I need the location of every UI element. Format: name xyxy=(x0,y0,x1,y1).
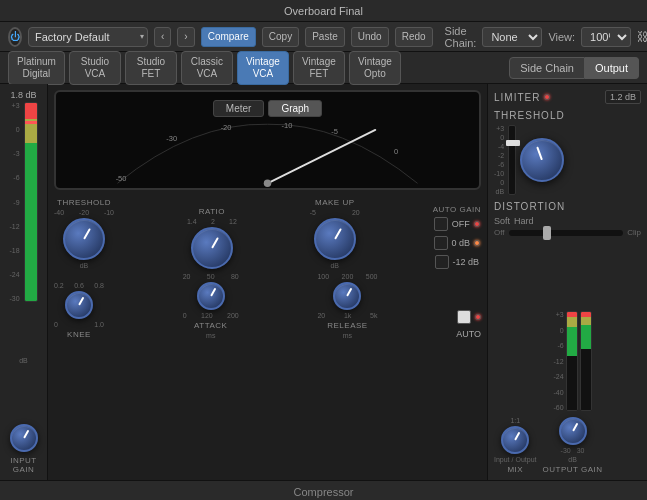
paste-button[interactable]: Paste xyxy=(305,27,345,47)
bottom-bar: Compressor xyxy=(0,480,647,500)
auto-checkbox[interactable] xyxy=(457,310,471,324)
svg-text:-5: -5 xyxy=(331,127,338,136)
center-area: Meter Graph -50 -30 -20 -10 -5 0 xyxy=(48,84,487,480)
dist-clip: Clip xyxy=(627,228,641,237)
makeup-knob[interactable] xyxy=(314,218,356,260)
auto-led xyxy=(475,314,481,320)
threshold-group: THRESHOLD -40 -20 -10 dB xyxy=(54,198,114,269)
tab-classic-vca[interactable]: ClassicVCA xyxy=(181,51,233,85)
mix-ratio: 1:1 xyxy=(510,417,520,424)
makeup-label: MAKE UP xyxy=(315,198,355,207)
mix-input: Input xyxy=(494,456,510,463)
output-meter-left xyxy=(566,311,578,411)
input-gain-label: INPUT GAIN xyxy=(4,456,43,474)
tab-vintage-opto[interactable]: VintageOpto xyxy=(349,51,401,85)
svg-point-7 xyxy=(264,180,272,188)
tab-vintage-fet[interactable]: VintageFET xyxy=(293,51,345,85)
ratio-label: RATIO xyxy=(199,207,225,216)
power-button[interactable]: ⏻ xyxy=(8,27,22,47)
toolbar: ⏻ Factory Default ▾ ‹ › Compare Copy Pas… xyxy=(0,22,647,52)
auto-gain-12db-label: -12 dB xyxy=(453,257,480,267)
dist-soft: Soft xyxy=(494,216,510,226)
sidechain-label: Side Chain: xyxy=(445,25,477,49)
svg-text:-20: -20 xyxy=(221,123,232,132)
ratio-knob[interactable] xyxy=(191,227,233,269)
view-label: View: xyxy=(548,31,575,43)
auto-gain-0db-checkbox[interactable] xyxy=(434,236,448,250)
auto-checkbox-group: AUTO xyxy=(456,310,481,339)
mix-output-label: Output xyxy=(516,456,537,463)
release-unit: ms xyxy=(343,332,352,339)
auto-gain-off-checkbox[interactable] xyxy=(434,217,448,231)
output-gain-knob[interactable] xyxy=(559,417,587,445)
compare-button[interactable]: Compare xyxy=(201,27,256,47)
output-output-button[interactable]: Output xyxy=(585,57,639,79)
distortion-label: DISTORTION xyxy=(494,201,565,212)
input-vu-meter xyxy=(24,102,38,302)
auto-gain-off-label: OFF xyxy=(452,219,470,229)
svg-line-6 xyxy=(268,130,376,183)
threshold-fader-thumb[interactable] xyxy=(506,140,520,146)
nav-fwd-button[interactable]: › xyxy=(177,27,194,47)
input-gain-value: 1.8 dB xyxy=(10,90,36,100)
output-gain-neg: -30 xyxy=(561,447,571,454)
release-knob[interactable] xyxy=(333,282,361,310)
vu-green-zone xyxy=(25,143,37,301)
copy-button[interactable]: Copy xyxy=(262,27,299,47)
input-gain-strip: 1.8 dB +3 0 -3 -6 -9 -12 -18 -24 -30 xyxy=(0,84,48,480)
tab-platinum-digital[interactable]: PlatinumDigital xyxy=(8,51,65,85)
auto-gain-12db-checkbox[interactable] xyxy=(435,255,449,269)
preset-select[interactable]: Factory Default xyxy=(28,27,148,47)
auto-gain-led-2 xyxy=(474,240,480,246)
sidechain-select[interactable]: None xyxy=(482,27,542,47)
output-button-group: Side Chain Output xyxy=(509,57,639,79)
preset-tabs-row: PlatinumDigital StudioVCA StudioFET Clas… xyxy=(0,52,647,84)
plugin-main: 1.8 dB +3 0 -3 -6 -9 -12 -18 -24 -30 xyxy=(0,84,647,480)
nav-back-button[interactable]: ‹ xyxy=(154,27,171,47)
threshold-section: THRESHOLD +3 0 -4 -2 -6 -10 0 dB xyxy=(494,110,641,195)
knee-group: 0.2 0.6 0.8 0 1.0 KNEE xyxy=(54,282,104,339)
svg-text:0: 0 xyxy=(394,147,398,156)
plugin-name: Compressor xyxy=(294,486,354,498)
makeup-group: MAKE UP -5 20 dB xyxy=(310,198,360,269)
tab-studio-fet[interactable]: StudioFET xyxy=(125,51,177,85)
threshold-fader[interactable] xyxy=(508,125,516,195)
makeup-db: dB xyxy=(330,262,339,269)
distortion-slider-thumb[interactable] xyxy=(543,226,551,240)
view-select[interactable]: 100% xyxy=(581,27,631,47)
distortion-section: DISTORTION Soft Hard Off Clip xyxy=(494,201,641,237)
right-panel: LIMITER 1.2 dB THRESHOLD +3 0 -4 -2 -6 -… xyxy=(487,84,647,480)
link-icon[interactable]: ⛓ xyxy=(637,30,647,44)
output-gain-group: +3 0 -6 -12 -24 -40 -60 xyxy=(543,311,603,474)
attack-unit: ms xyxy=(206,332,215,339)
output-gain-db: dB xyxy=(568,456,577,463)
limiter-label: LIMITER xyxy=(494,92,540,103)
limiter-value: 1.2 dB xyxy=(605,90,641,104)
auto-gain-group: AUTO GAIN OFF 0 dB -12 dB xyxy=(433,205,481,269)
knee-knob[interactable] xyxy=(65,291,93,319)
release-group: 100 200 500 20 1k 5k RELEASE ms xyxy=(317,273,377,339)
sidechain-output-button[interactable]: Side Chain xyxy=(509,57,585,79)
auto-gain-led-1 xyxy=(474,221,480,227)
window-title: Overboard Final xyxy=(284,5,363,17)
attack-label: ATTACK xyxy=(194,321,227,330)
threshold-right-knob[interactable] xyxy=(520,138,564,182)
auto-gain-label: AUTO GAIN xyxy=(433,205,481,214)
redo-button[interactable]: Redo xyxy=(395,27,433,47)
undo-button[interactable]: Undo xyxy=(351,27,389,47)
input-gain-knob[interactable] xyxy=(10,424,38,452)
limiter-header: LIMITER 1.2 dB xyxy=(494,90,641,104)
auto-label: AUTO xyxy=(456,329,481,339)
mix-group: 1:1 Input / Output MIX xyxy=(494,417,537,474)
threshold-knob[interactable] xyxy=(63,218,105,260)
mix-label: MIX xyxy=(507,465,523,474)
threshold-right-label: THRESHOLD xyxy=(494,110,565,121)
tab-vintage-vca[interactable]: VintageVCA xyxy=(237,51,289,85)
mix-knob[interactable] xyxy=(501,426,529,454)
distortion-slider[interactable] xyxy=(509,230,624,236)
threshold-db: dB xyxy=(80,262,89,269)
tab-studio-vca[interactable]: StudioVCA xyxy=(69,51,121,85)
limiter-led xyxy=(544,94,550,100)
svg-text:-10: -10 xyxy=(282,121,293,130)
attack-knob[interactable] xyxy=(197,282,225,310)
